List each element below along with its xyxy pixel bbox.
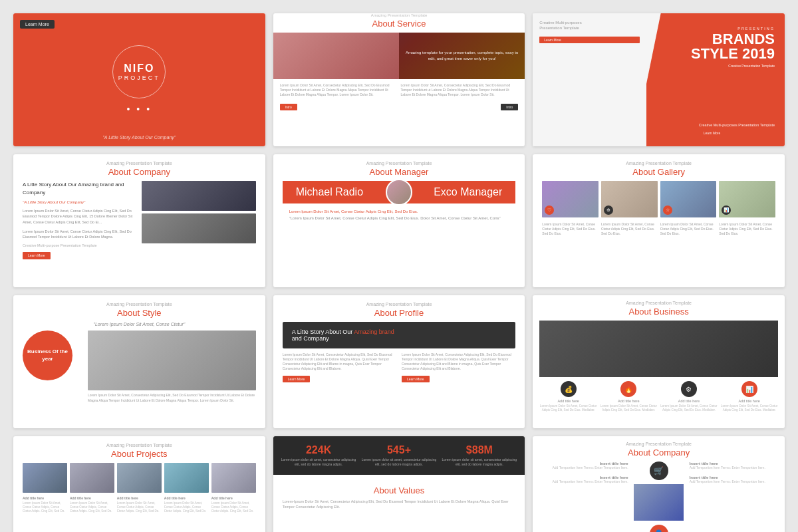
business-icon-text-2: Lorem Ipsum Dolor Sit Amet, Conse Ctetur… [600, 404, 658, 412]
manager-avatar [386, 179, 412, 205]
project-image-3 [117, 463, 162, 493]
service-buttons: Intro Intro [273, 101, 525, 116]
company-caption: Creative Multi-purpose Presentation Temp… [23, 243, 136, 248]
brands-learn-btn[interactable]: Learn More [539, 37, 639, 43]
nifo-logo: NIFO PROJECT [112, 45, 166, 98]
stat-3: $88M Lorem ipsum dolor sit amet, consect… [442, 444, 517, 467]
company-tag: Amazing Presentation Template [23, 161, 256, 166]
project-title-4: Add title here Lorem Ipsum Dolor Sit Ame… [164, 496, 209, 513]
gallery-caption-4: Lorem Ipsum Dolor Sit Amet, Conse Ctetur… [719, 222, 775, 236]
projects-title: About Projects [23, 449, 256, 459]
gallery-images: ♡ ⊕ ☆ 📊 [542, 181, 775, 217]
business-icon-circle-2: 🔥 [620, 381, 636, 397]
project-image-4 [164, 463, 209, 493]
company-left-title: A Litte Story About Our Amazing brand an… [23, 181, 136, 197]
style-body: Business Of the year Lorem Ipsum Dolor S… [23, 331, 256, 403]
slide-profile: Amazing Presentation Template About Prof… [273, 295, 525, 428]
service-text-left: Lorem Ipsum Dolor Sit Amet, Consectetur … [280, 83, 398, 97]
profile-right: Lorem Ipsum Dolor Sit Amet, Consectetur … [402, 352, 515, 383]
gallery-caption-1: Lorem Ipsum Dolor Sit Amet, Conse Ctetur… [542, 222, 598, 236]
gallery-image-3: ☆ [660, 181, 717, 217]
slide-nifo: Learn More NIFO PROJECT • • • "A Little … [13, 13, 265, 146]
business-icons: 💰 Add title here Lorem Ipsum Dolor Sit A… [539, 381, 778, 412]
stat-num-1: 224K [281, 444, 356, 456]
business-icon-text-3: Lorem Ipsum Dolor Sit Amet, Conse Ctetur… [660, 404, 718, 412]
business-content: Amazing Presentation Template About Busi… [533, 295, 785, 428]
project-image-2 [70, 463, 114, 493]
nifo-subtitle: PROJECT [118, 74, 160, 81]
learn-more-btn[interactable]: Learn More [20, 20, 55, 29]
stat-label-2: Lorem ipsum dolor sit amet, consectetur … [362, 458, 437, 467]
manager-content: Amazing Presentation Template About Mana… [273, 154, 525, 287]
company-image-1 [142, 181, 255, 211]
gallery-content: Amazing Presentation Template About Gall… [533, 154, 785, 287]
slide-company: Amazing Presentation Template About Comp… [13, 154, 265, 287]
style-circle: Business Of the year [23, 331, 72, 380]
slide-manager: Amazing Presentation Template About Mana… [273, 154, 525, 287]
company2-body: Insert title here Add Temportion Item Te… [539, 462, 778, 532]
stat-1: 224K Lorem ipsum dolor sit amet, consect… [281, 444, 356, 467]
company-images [142, 181, 255, 259]
manager-name-right: Exco Manager [434, 186, 502, 198]
company2-tag: Amazing Presentation Template [539, 442, 778, 446]
project-title-5: Add title here Lorem Ipsum Dolor Sit Ame… [211, 496, 256, 513]
gallery-badge-4: 📊 [722, 205, 731, 215]
gallery-caption-3: Lorem Ipsum Dolor Sit Amet, Conse Ctetur… [660, 222, 717, 236]
intro-btn-2[interactable]: Intro [501, 104, 518, 110]
profile-title: About Profile [283, 308, 516, 318]
stats-grid: 224K Lorem ipsum dolor sit amet, consect… [273, 436, 525, 475]
company-body: A Litte Story About Our Amazing brand an… [23, 181, 256, 259]
gallery-tag: Amazing Presentation Template [542, 161, 775, 166]
intro-btn-1[interactable]: Intro [280, 104, 297, 110]
service-overlay: Amazing template for your presentation, … [399, 33, 525, 79]
company2-title: About Company [539, 448, 778, 458]
profile-banner-text: A Litte Story About Our Amazing brandand… [292, 329, 507, 342]
company-learn-btn[interactable]: Learn More [23, 252, 51, 260]
company2-left-col: Insert title here Add Temportion Item Te… [539, 462, 628, 483]
style-tag: Amazing Presentation Template [23, 302, 256, 307]
brands-creative-label: Creative Multi-purposes Presentation Tem… [699, 123, 775, 127]
project-title-1: Add title here Lorem Ipsum Dolor Sit Ame… [23, 496, 67, 513]
brands-learn-more[interactable]: Learn More [699, 130, 775, 136]
profile-text-2: Lorem Ipsum Dolor Sit Amet, Consectetur … [402, 352, 515, 371]
company-text2: Lorem Ipsum Dolor Sit Amet, Conse Ctetur… [23, 229, 136, 240]
gallery-caption-2: Lorem Ipsum Dolor Sit Amet, Conse Ctetur… [601, 222, 658, 236]
company2-icon-top: 🛒 [650, 462, 668, 480]
company-title: About Company [23, 167, 256, 177]
business-icon-circle-1: 💰 [561, 381, 577, 397]
company-content: Amazing Presentation Template About Comp… [13, 154, 265, 287]
projects-titles: Add title here Lorem Ipsum Dolor Sit Ame… [23, 496, 256, 513]
values-lower: About Values Lorem-Ipsum Dolor Sit Amet,… [273, 480, 525, 515]
gallery-image-1: ♡ [542, 181, 598, 217]
values-stats-content: 224K Lorem ipsum dolor sit amet, consect… [273, 436, 525, 532]
stat-label-3: Lorem ipsum dolor sit amet, consectetur … [442, 458, 517, 467]
stat-label-1: Lorem ipsum dolor sit amet, consectetur … [281, 458, 356, 467]
profile-btn-2[interactable]: Learn More [402, 376, 430, 382]
profile-btn-1[interactable]: Learn More [283, 376, 311, 382]
style-title: About Style [23, 308, 256, 318]
project-title-3: Add title here Lorem Ipsum Dolor Sit Ame… [117, 496, 162, 513]
company-text1: Lorem Ipsum Dolor Sit Amet, Conse Ctetur… [23, 208, 136, 225]
business-image [539, 321, 778, 377]
business-icon-2: 🔥 Add title here Lorem Ipsum Dolor Sit A… [600, 381, 658, 412]
gallery-image-4: 📊 [719, 181, 775, 217]
slides-grid: Learn More NIFO PROJECT • • • "A Little … [13, 13, 785, 532]
gallery-captions: Lorem Ipsum Dolor Sit Amet, Conse Ctetur… [542, 219, 775, 236]
service-title: About Service [273, 19, 525, 33]
slide-service: Amazing Presentation Template About Serv… [273, 13, 525, 146]
company2-right-col: Insert title here Add Temportion Item Te… [690, 462, 778, 483]
style-right: Lorem Ipsum Dolor Sit Amet, Consectetur … [88, 331, 256, 403]
brands-creative-text: Creative Multi-purposes Presentation Tem… [539, 20, 599, 31]
manager-title: About Manager [283, 167, 516, 177]
business-title: About Business [539, 307, 778, 317]
company2-item-bl: Insert title here Add Temportion Item Te… [539, 475, 628, 484]
values-title: About Values [283, 485, 516, 495]
profile-body: Lorem Ipsum Dolor Sit Amet, Consectetur … [283, 352, 516, 383]
brands-main-title: BRANDS [691, 32, 775, 47]
slide-brands: Creative Multi-purposes Presentation Tem… [533, 13, 785, 146]
style-left: Business Of the year [23, 331, 82, 380]
business-icon-circle-4: 📊 [741, 381, 757, 397]
business-icon-4: 📊 Add title here Lorem Ipsum Dolor Sit A… [720, 381, 778, 412]
slide-company2: Amazing Presentation Template About Comp… [533, 436, 785, 532]
business-icon-title-3: Add title here [660, 399, 718, 403]
